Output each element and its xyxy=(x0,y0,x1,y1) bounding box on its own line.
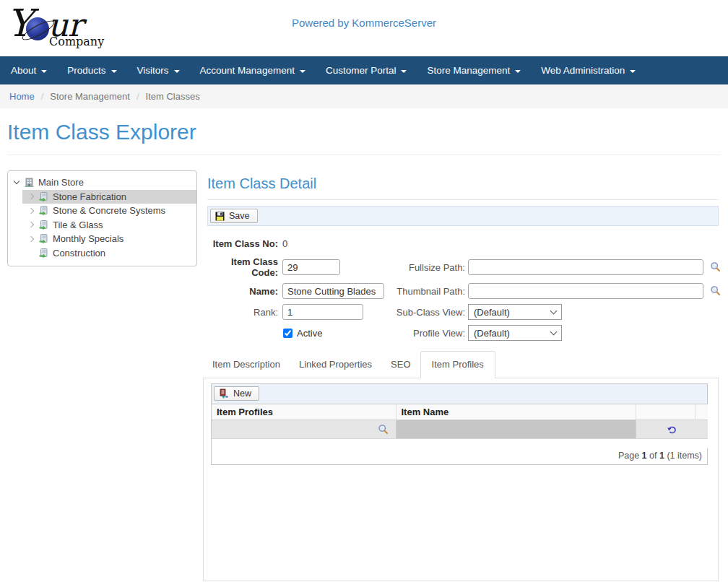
tree-node-construction[interactable]: Construction xyxy=(8,246,196,261)
item-class-code-input[interactable] xyxy=(282,259,340,275)
sub-class-view-label: Sub-Class View: xyxy=(391,307,468,318)
tree-node-label: Monthly Specials xyxy=(53,233,124,244)
item-name-filter-cell[interactable] xyxy=(396,420,636,439)
tree-node-stone-fabrication[interactable]: Stone Fabrication xyxy=(22,190,196,204)
chevron-right-icon[interactable] xyxy=(28,236,34,242)
table-header-row: Item Profiles Item Name xyxy=(212,404,708,420)
detail-tabs: Item Description Linked Properties SEO I… xyxy=(203,351,719,378)
column-header-item-name[interactable]: Item Name xyxy=(396,404,636,420)
nav-label: About xyxy=(11,65,36,76)
active-checkbox[interactable] xyxy=(283,329,292,338)
fullsize-path-input[interactable] xyxy=(468,259,703,275)
tree-node-monthly-specials[interactable]: Monthly Specials xyxy=(8,232,196,246)
breadcrumb-store-management: Store Management xyxy=(50,91,130,102)
tab-seo[interactable]: SEO xyxy=(381,352,420,378)
main-navbar: About Products Visitors Account Manageme… xyxy=(0,56,728,84)
item-class-form: Item Class No: 0 Item Class Code: Fullsi… xyxy=(207,235,719,341)
tree-node-main-store[interactable]: Main Store xyxy=(8,175,196,190)
item-class-icon xyxy=(38,233,49,244)
filter-row xyxy=(212,420,708,439)
profile-view-value: (Default) xyxy=(474,328,510,339)
nav-label: Account Management xyxy=(200,65,295,76)
nav-item-store-management[interactable]: Store Management xyxy=(417,56,531,84)
fullsize-path-label: Fullsize Path: xyxy=(391,262,468,273)
nav-label: Customer Portal xyxy=(326,65,396,76)
caret-down-icon xyxy=(174,70,180,73)
pager-text: Page 1 of 1 (1 items) xyxy=(212,448,708,464)
chevron-right-icon[interactable] xyxy=(28,222,34,227)
breadcrumb: Home / Store Management / Item Classes xyxy=(0,84,728,108)
new-button-label: New xyxy=(233,388,251,399)
name-label: Name: xyxy=(207,286,282,297)
column-header-spacer xyxy=(695,404,708,420)
thumbnail-path-input[interactable] xyxy=(468,283,703,299)
pager-item-count: (1 items) xyxy=(667,451,702,461)
nav-label: Visitors xyxy=(137,65,169,76)
fullsize-path-lookup-magnifier-icon[interactable] xyxy=(710,261,722,273)
caret-down-icon xyxy=(111,70,117,73)
powered-by-link[interactable]: Powered by KommerceServer xyxy=(0,17,728,29)
nav-item-visitors[interactable]: Visitors xyxy=(127,56,190,84)
item-class-no-value: 0 xyxy=(282,238,287,249)
chevron-right-icon[interactable] xyxy=(28,208,34,214)
profile-view-label: Profile View: xyxy=(391,328,468,339)
caret-down-icon xyxy=(401,70,407,73)
tree-node-tile-glass[interactable]: Tile & Glass xyxy=(8,218,196,233)
nav-item-customer-portal[interactable]: Customer Portal xyxy=(316,56,417,84)
chevron-right-icon[interactable] xyxy=(28,194,34,199)
empty-body-row xyxy=(212,439,708,448)
item-profiles-tab-panel: New Item Profiles Item Name xyxy=(203,378,719,581)
logo-company-text: Company xyxy=(49,35,137,48)
page-header: Yur Company Powered by KommerceServer xyxy=(0,0,728,56)
chevron-down-icon xyxy=(550,328,558,335)
item-class-detail-panel: Item Class Detail Save Item Class No: 0 … xyxy=(203,170,719,581)
breadcrumb-item-classes: Item Classes xyxy=(146,91,200,102)
rank-label: Rank: xyxy=(207,307,282,318)
thumbnail-path-label: Thumbnail Path: xyxy=(391,286,468,297)
item-class-icon xyxy=(38,191,49,202)
tree-node-label: Stone & Concrete Systems xyxy=(53,205,165,216)
nav-label: Products xyxy=(67,65,105,76)
item-profiles-filter-cell[interactable] xyxy=(212,420,396,439)
item-profiles-grid: New Item Profiles Item Name xyxy=(211,383,708,465)
profile-view-select[interactable]: (Default) xyxy=(468,325,562,341)
chevron-down-icon xyxy=(550,307,558,314)
nav-item-account-management[interactable]: Account Management xyxy=(190,56,316,84)
breadcrumb-home-link[interactable]: Home xyxy=(9,91,35,102)
tab-linked-properties[interactable]: Linked Properties xyxy=(290,352,381,378)
caret-down-icon xyxy=(300,70,306,73)
grid-toolbar: New xyxy=(212,384,707,404)
nav-item-products[interactable]: Products xyxy=(57,56,126,84)
clear-filter-cell[interactable] xyxy=(636,420,708,439)
new-button[interactable]: New xyxy=(214,386,259,401)
thumbnail-path-lookup-magnifier-icon[interactable] xyxy=(710,285,722,297)
column-header-item-profiles[interactable]: Item Profiles xyxy=(212,404,396,420)
caret-down-icon xyxy=(630,70,636,73)
page-title: Item Class Explorer xyxy=(7,120,721,144)
filter-magnifier-icon[interactable] xyxy=(378,424,389,435)
new-record-icon xyxy=(219,388,229,399)
page-title-block: Item Class Explorer xyxy=(7,120,721,155)
rank-input[interactable] xyxy=(282,304,363,320)
chevron-down-icon[interactable] xyxy=(14,178,20,184)
undo-clear-filter-icon[interactable] xyxy=(667,425,677,435)
tab-item-profiles[interactable]: Item Profiles xyxy=(420,351,495,378)
name-input[interactable] xyxy=(282,283,384,299)
caret-down-icon xyxy=(41,70,47,73)
nav-label: Web Administration xyxy=(541,65,625,76)
breadcrumb-separator: / xyxy=(130,91,146,102)
sub-class-view-value: (Default) xyxy=(474,307,510,318)
item-class-no-label: Item Class No: xyxy=(207,238,282,249)
column-header-actions xyxy=(636,404,695,420)
nav-item-about[interactable]: About xyxy=(1,56,57,84)
item-class-icon xyxy=(38,220,49,230)
pager-row: Page 1 of 1 (1 items) xyxy=(212,448,708,464)
nav-item-web-administration[interactable]: Web Administration xyxy=(531,56,646,84)
sub-class-view-select[interactable]: (Default) xyxy=(468,304,562,320)
save-button-label: Save xyxy=(229,211,250,221)
tree-node-label: Stone Fabrication xyxy=(53,191,126,202)
tab-item-description[interactable]: Item Description xyxy=(203,352,290,378)
tree-node-stone-concrete-systems[interactable]: Stone & Concrete Systems xyxy=(8,204,196,218)
save-button[interactable]: Save xyxy=(210,209,258,223)
pager-current-page: 1 xyxy=(642,451,647,461)
